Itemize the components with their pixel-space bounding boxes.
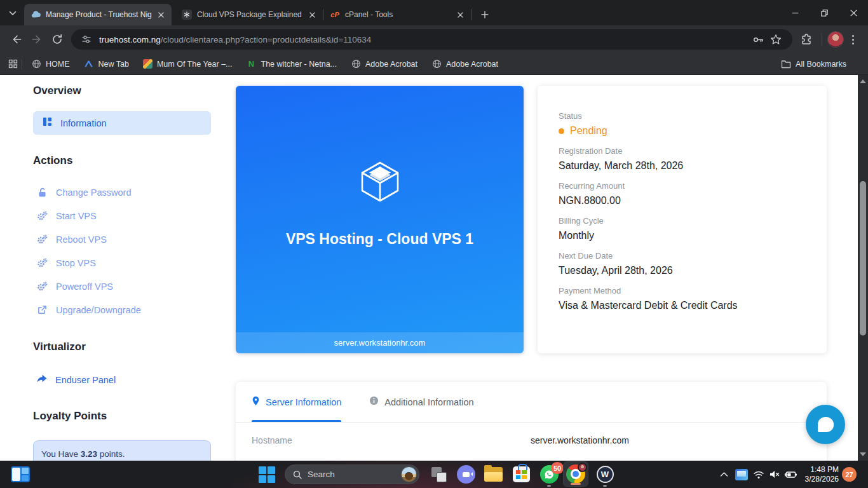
tray-show-hidden-icons[interactable] <box>715 461 732 488</box>
bookmark-label: New Tab <box>98 60 129 69</box>
client-area-page: Overview Information Actions Change Pass… <box>0 75 858 461</box>
payment-method-field: Payment Method Visa & Mastercard Debit &… <box>559 286 806 311</box>
taskbar-search[interactable]: Search <box>285 464 419 484</box>
active-app-indicator <box>571 483 581 485</box>
forward-button[interactable] <box>27 29 47 50</box>
enduser-panel-link[interactable]: Enduser Panel <box>33 370 116 390</box>
page-scrollbar[interactable] <box>858 75 868 461</box>
start-button[interactable] <box>255 461 279 488</box>
file-explorer-button[interactable] <box>481 461 505 488</box>
close-tab-icon[interactable] <box>155 9 166 20</box>
action-upgrade-downgrade[interactable]: Upgrade/Downgrade <box>33 298 211 322</box>
bookmark-new-tab[interactable]: New Tab <box>84 59 129 69</box>
action-start-vps[interactable]: Start VPS <box>33 204 211 227</box>
search-icon <box>293 470 302 479</box>
bookmark-the-witcher[interactable]: N The witcher - Netna... <box>247 59 337 69</box>
tray-remote-app-icon[interactable] <box>733 461 750 488</box>
loyalty-text: You Have <box>41 449 81 459</box>
loyalty-points-box: You Have 3.23 points. <box>33 440 211 461</box>
browser-menu-icon[interactable] <box>844 35 862 44</box>
scrollbar-thumb[interactable] <box>860 181 866 336</box>
close-tab-icon[interactable] <box>454 9 466 20</box>
apps-grid-icon[interactable] <box>8 59 18 69</box>
extensions-icon[interactable] <box>796 29 817 50</box>
tab-server-information[interactable]: Server Information <box>252 382 341 422</box>
site-settings-icon[interactable] <box>79 32 94 47</box>
minimize-button[interactable] <box>780 0 810 25</box>
bookmark-adobe-acrobat-1[interactable]: Adobe Acrobat <box>351 59 417 69</box>
scroll-up-icon[interactable] <box>858 76 868 86</box>
video-camera-icon <box>457 465 475 484</box>
tray-battery-charging-icon[interactable] <box>782 461 799 488</box>
tab-cpanel-tools[interactable]: cP cPanel - Tools <box>323 4 471 25</box>
url-host: truehost.com.ng <box>99 35 161 44</box>
tab-search-button[interactable] <box>4 4 22 22</box>
globe-icon <box>351 59 361 69</box>
tray-volume-muted-icon[interactable] <box>767 461 782 488</box>
product-hostname-footer: server.workstationhr.com <box>236 332 524 353</box>
gears-icon <box>36 211 48 221</box>
hostname-value: server.workstationhr.com <box>531 435 629 445</box>
tab-cloud-vps-explained[interactable]: Cloud VPS Package Explained <box>175 4 323 25</box>
widgets-icon <box>11 466 30 482</box>
back-button[interactable] <box>6 29 27 50</box>
action-label: Upgrade/Downgrade <box>56 305 141 315</box>
info-circle-icon <box>369 396 379 408</box>
widgets-button[interactable] <box>9 461 32 488</box>
share-arrow-icon <box>36 374 47 386</box>
password-manager-icon[interactable] <box>749 30 767 48</box>
reload-button[interactable] <box>47 29 67 50</box>
notification-count-badge[interactable]: 27 <box>842 467 857 482</box>
address-bar[interactable]: truehost.com.ng/cloud/clientarea.php?act… <box>71 29 792 50</box>
action-label: Poweroff VPS <box>56 281 113 292</box>
bookmarks-divider <box>22 59 22 69</box>
globe-icon <box>31 59 41 69</box>
new-tab-button[interactable] <box>477 6 493 23</box>
scroll-down-icon[interactable] <box>858 449 868 459</box>
task-view-button[interactable] <box>427 461 451 488</box>
action-label: Start VPS <box>56 211 97 221</box>
gears-icon <box>36 234 48 245</box>
bookmark-star-icon[interactable] <box>767 30 785 48</box>
all-bookmarks-button[interactable]: All Bookmarks <box>781 59 846 69</box>
chrome-button[interactable] <box>563 461 588 487</box>
close-window-button[interactable] <box>839 0 868 25</box>
tray-wifi-icon[interactable] <box>751 461 766 488</box>
windows-taskbar: Search 50 W <box>0 461 868 488</box>
restore-button[interactable] <box>810 0 839 25</box>
bookmarks-bar: HOME New Tab Mum Of The Year –... N The … <box>0 53 868 75</box>
actions-heading: Actions <box>33 154 211 167</box>
enduser-panel-label: Enduser Panel <box>55 375 116 385</box>
recurring-amount-field: Recurring Amount NGN.8800.00 <box>559 181 806 207</box>
tray-clock[interactable]: 1:48 PM 3/28/2026 <box>805 461 839 488</box>
status-badge: Pending <box>559 125 806 137</box>
columns-icon <box>43 117 52 129</box>
bookmark-label: HOME <box>46 60 70 69</box>
cube-icon <box>356 158 404 208</box>
action-reboot-vps[interactable]: Reboot VPS <box>33 227 211 251</box>
bookmark-mum-of-the-year[interactable]: Mum Of The Year –... <box>143 59 233 69</box>
close-tab-icon[interactable] <box>306 9 318 20</box>
video-app-button[interactable] <box>454 461 478 488</box>
search-highlight-image[interactable] <box>401 466 417 482</box>
folder-icon <box>781 59 791 69</box>
sidebar-item-information[interactable]: Information <box>33 111 211 135</box>
microsoft-store-button[interactable] <box>509 461 533 488</box>
overview-heading: Overview <box>33 85 211 97</box>
field-value: Tuesday, April 28th, 2026 <box>559 265 806 276</box>
browser-tab-strip: Manage Product - Truehost Nig Cloud VPS … <box>0 0 868 25</box>
windscribe-button[interactable]: W <box>593 461 617 488</box>
whatsapp-button[interactable]: 50 <box>537 461 561 488</box>
action-change-password[interactable]: Change Password <box>33 180 211 204</box>
url-text[interactable]: truehost.com.ng/cloud/clientarea.php?act… <box>99 35 749 44</box>
chevron-up-icon <box>720 471 728 477</box>
bookmark-home[interactable]: HOME <box>31 59 70 69</box>
profile-avatar[interactable] <box>827 31 844 48</box>
store-bag-icon <box>513 466 530 482</box>
bookmark-adobe-acrobat-2[interactable]: Adobe Acrobat <box>431 59 498 69</box>
action-stop-vps[interactable]: Stop VPS <box>33 251 211 274</box>
tab-additional-information[interactable]: Additional Information <box>369 382 473 422</box>
action-poweroff-vps[interactable]: Poweroff VPS <box>33 274 211 298</box>
tab-manage-product[interactable]: Manage Product - Truehost Nig <box>24 4 172 25</box>
chat-widget-button[interactable] <box>806 405 845 444</box>
